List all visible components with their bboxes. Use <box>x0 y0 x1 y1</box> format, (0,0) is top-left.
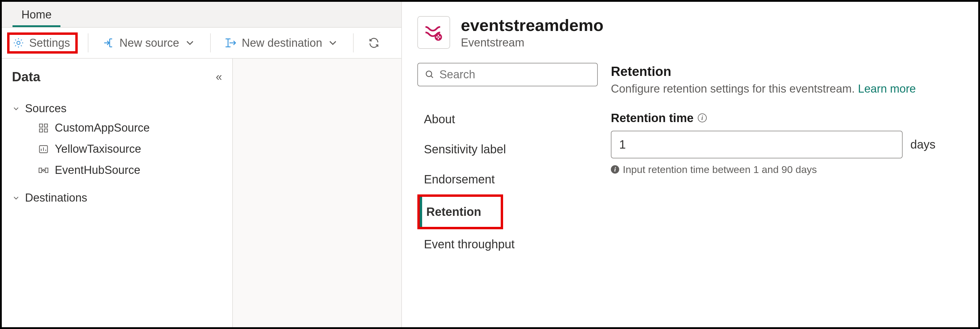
data-panel: Data « Sources CustomAppSource <box>2 59 233 327</box>
tab-home[interactable]: Home <box>13 3 60 27</box>
nav-item-throughput[interactable]: Event throughput <box>417 229 598 259</box>
info-icon: i <box>611 165 619 173</box>
retention-time-label: Retention time i <box>611 111 963 125</box>
settings-search-input[interactable] <box>439 68 590 81</box>
retention-hint: i Input retention time between 1 and 90 … <box>611 164 963 175</box>
search-icon <box>425 69 434 79</box>
svg-rect-4 <box>45 129 48 132</box>
retention-time-input[interactable] <box>611 131 903 158</box>
destinations-section-label: Destinations <box>25 191 87 204</box>
refresh-button[interactable] <box>364 34 380 52</box>
data-panel-title: Data <box>12 69 40 84</box>
settings-search[interactable] <box>417 63 598 86</box>
source-item-label: EventHubSource <box>55 164 140 176</box>
settings-panel: eventstreamdemo Eventstream About Sensit… <box>401 2 978 327</box>
tab-row: Home <box>2 2 401 28</box>
retention-unit-label: days <box>910 138 935 151</box>
settings-label: Settings <box>29 37 70 49</box>
svg-rect-6 <box>39 168 42 172</box>
nav-item-about[interactable]: About <box>417 104 598 134</box>
svg-rect-1 <box>40 124 43 127</box>
destinations-section-header[interactable]: Destinations <box>12 189 222 207</box>
svg-point-8 <box>43 169 45 171</box>
settings-content: Retention Configure retention settings f… <box>611 63 963 327</box>
refresh-icon <box>368 37 380 49</box>
settings-panel-subtitle: Eventstream <box>461 37 603 49</box>
settings-nav: About Sensitivity label Endorsement Rete… <box>417 63 598 327</box>
chevron-down-icon <box>12 194 20 202</box>
sources-section-label: Sources <box>25 102 66 115</box>
chevron-down-icon <box>327 37 339 49</box>
new-source-label: New source <box>119 37 179 49</box>
toolbar-divider <box>88 33 88 52</box>
retention-heading: Retention <box>611 64 963 79</box>
gear-icon <box>13 37 24 49</box>
info-icon[interactable]: i <box>698 113 707 122</box>
new-destination-button[interactable]: New destination <box>221 33 343 52</box>
chevron-down-icon <box>12 105 20 113</box>
collapse-panel-button[interactable]: « <box>216 71 222 83</box>
toolbar-divider <box>353 33 354 52</box>
new-source-icon <box>103 37 115 49</box>
left-body: Data « Sources CustomAppSource <box>2 59 401 327</box>
svg-point-10 <box>426 71 432 76</box>
new-destination-icon <box>225 37 237 49</box>
nav-item-sensitivity[interactable]: Sensitivity label <box>417 134 598 164</box>
nav-item-endorsement[interactable]: Endorsement <box>417 164 598 194</box>
app-icon <box>38 123 49 134</box>
settings-panel-title: eventstreamdemo <box>461 16 603 35</box>
settings-button[interactable]: Settings <box>7 32 78 54</box>
source-item-customapp[interactable]: CustomAppSource <box>12 117 222 138</box>
eventhub-icon <box>38 165 49 176</box>
svg-rect-3 <box>40 129 43 132</box>
source-item-label: CustomAppSource <box>55 121 150 134</box>
svg-rect-7 <box>45 168 48 172</box>
source-item-label: YellowTaxisource <box>55 143 141 156</box>
canvas-area[interactable] <box>233 59 401 327</box>
nav-item-retention[interactable]: Retention <box>420 197 488 227</box>
new-destination-label: New destination <box>242 37 322 49</box>
svg-point-0 <box>17 41 20 45</box>
eventstream-icon <box>417 16 450 49</box>
svg-point-9 <box>434 33 442 41</box>
chevron-down-icon <box>184 37 196 49</box>
data-icon <box>38 144 49 154</box>
learn-more-link[interactable]: Learn more <box>858 83 916 95</box>
sources-section-header[interactable]: Sources <box>12 100 222 117</box>
new-source-button[interactable]: New source <box>99 33 200 52</box>
toolbar-divider <box>210 33 211 52</box>
toolbar: Settings New source New destination <box>2 28 401 59</box>
retention-description: Configure retention settings for this ev… <box>611 83 963 95</box>
source-item-eventhub[interactable]: EventHubSource <box>12 160 222 181</box>
svg-rect-2 <box>45 124 48 127</box>
source-item-yellowtaxi[interactable]: YellowTaxisource <box>12 138 222 160</box>
main-app-region: Home Settings New source <box>2 2 401 327</box>
settings-panel-header: eventstreamdemo Eventstream <box>402 2 978 58</box>
